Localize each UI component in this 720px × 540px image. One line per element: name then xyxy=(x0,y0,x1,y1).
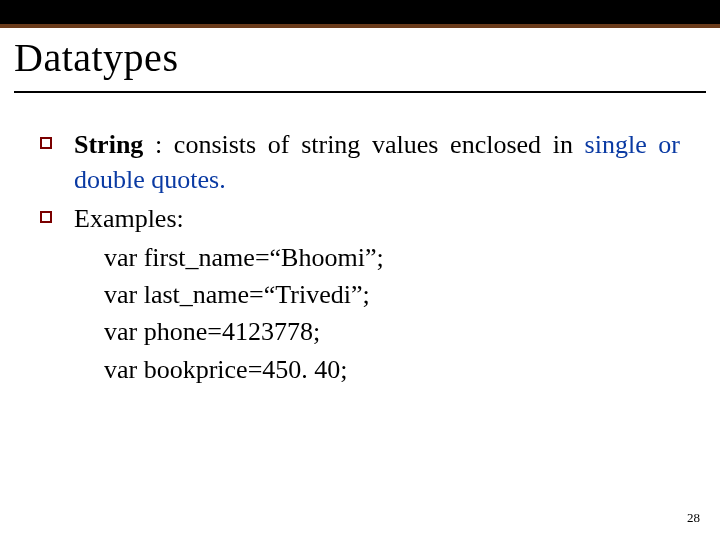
separator: : xyxy=(143,130,174,159)
slide-title: Datatypes xyxy=(14,34,706,81)
datatype-name: String xyxy=(74,130,143,159)
page-number: 28 xyxy=(687,510,700,526)
bullet-item: Examples: xyxy=(40,201,680,236)
slide: Datatypes String : consists of string va… xyxy=(0,0,720,540)
code-line: var last_name=“Trivedi”; xyxy=(104,277,680,312)
bullet-text: consists of string values enclosed in xyxy=(174,130,585,159)
bullet-body: Examples: xyxy=(74,201,680,236)
code-line: var phone=4123778; xyxy=(104,314,680,349)
title-block: Datatypes xyxy=(0,28,720,85)
code-line: var bookprice=450. 40; xyxy=(104,352,680,387)
code-line: var first_name=“Bhoomi”; xyxy=(104,240,680,275)
examples-label: Examples: xyxy=(74,204,184,233)
bullet-square-icon xyxy=(40,211,52,223)
bullet-square-icon xyxy=(40,137,52,149)
content-area: String : consists of string values enclo… xyxy=(0,93,720,387)
examples-list: var first_name=“Bhoomi”; var last_name=“… xyxy=(104,240,680,386)
bullet-body: String : consists of string values enclo… xyxy=(74,127,680,197)
bullet-item: String : consists of string values enclo… xyxy=(40,127,680,197)
title-top-band xyxy=(0,0,720,28)
